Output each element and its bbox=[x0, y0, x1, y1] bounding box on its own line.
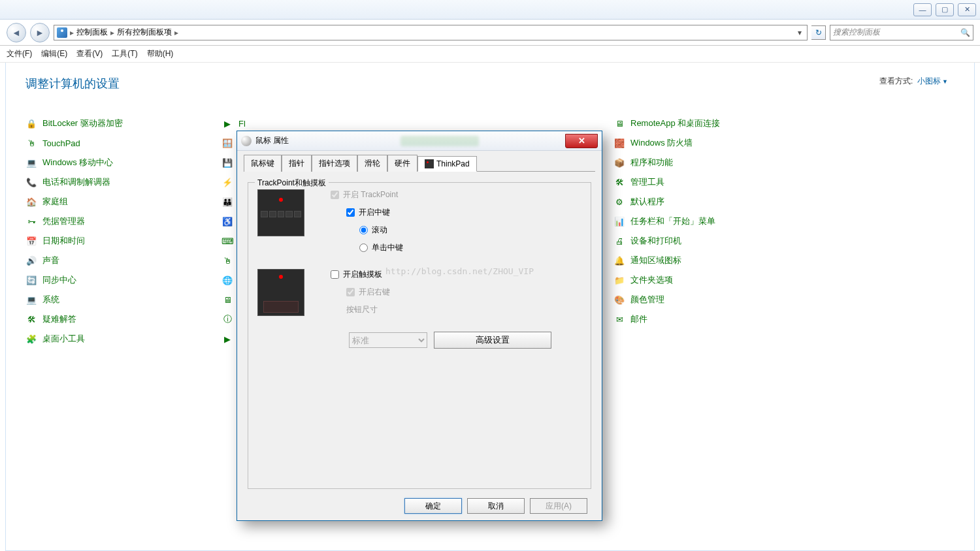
item-label: 设备和打印机 bbox=[630, 235, 681, 247]
touchpad-preview-image bbox=[257, 269, 304, 316]
cancel-button[interactable]: 取消 bbox=[467, 498, 525, 514]
control-panel-item[interactable]: 🏠家庭组 bbox=[25, 196, 221, 208]
size-row: 标准 高级设置 bbox=[349, 332, 581, 349]
control-panel-item[interactable]: 🔊声音 bbox=[25, 255, 221, 266]
breadcrumb-item[interactable]: 控制面板 bbox=[76, 27, 108, 38]
forward-button[interactable]: ► bbox=[30, 23, 50, 42]
item-icon: ▶ bbox=[221, 333, 233, 345]
checkbox-label: 开启触摸板 bbox=[343, 269, 382, 280]
control-panel-item[interactable]: 🖨设备和打印机 bbox=[613, 235, 809, 247]
item-icon: ♿ bbox=[221, 215, 233, 227]
address-dropdown-icon[interactable]: ▾ bbox=[795, 28, 804, 37]
dialog-titlebar[interactable]: 鼠标 属性 ✕ bbox=[237, 131, 602, 151]
tab-pointer-options[interactable]: 指针选项 bbox=[312, 155, 357, 172]
maximize-button[interactable]: ▢ bbox=[936, 3, 954, 16]
control-panel-item[interactable]: 📞电话和调制解调器 bbox=[25, 176, 221, 188]
item-icon: 🧱 bbox=[613, 137, 625, 149]
item-icon: 🔔 bbox=[613, 255, 625, 266]
control-panel-item[interactable]: ⚙默认程序 bbox=[613, 196, 809, 208]
control-panel-item[interactable]: 📁文件夹选项 bbox=[613, 274, 809, 286]
breadcrumb-item[interactable]: 所有控制面板项 bbox=[117, 27, 172, 38]
control-panel-item[interactable]: 🔄同步中心 bbox=[25, 274, 221, 286]
control-panel-item[interactable]: 🔒BitLocker 驱动器加密 bbox=[25, 118, 221, 129]
item-icon: ⓘ bbox=[221, 313, 233, 325]
control-panel-item[interactable]: 🧱Windows 防火墙 bbox=[613, 137, 809, 149]
checkbox-input[interactable] bbox=[331, 270, 339, 279]
checkbox-input[interactable] bbox=[346, 208, 355, 217]
item-icon: 🏠 bbox=[25, 196, 37, 208]
tab-wheel[interactable]: 滑轮 bbox=[357, 155, 387, 172]
tab-thinkpad[interactable]: ThinkPad bbox=[417, 156, 477, 172]
item-icon: ⚡ bbox=[221, 176, 233, 188]
refresh-button[interactable]: ↻ bbox=[811, 25, 826, 40]
menu-file[interactable]: 文件(F) bbox=[7, 48, 32, 59]
apply-button: 应用(A) bbox=[530, 498, 587, 514]
back-button[interactable]: ◄ bbox=[7, 23, 26, 42]
close-button[interactable]: ✕ bbox=[958, 3, 976, 16]
checkbox-input bbox=[331, 191, 339, 199]
button-size-combo: 标准 bbox=[349, 332, 427, 348]
item-label: 管理工具 bbox=[630, 176, 664, 188]
radio-input[interactable] bbox=[359, 244, 368, 252]
tab-mouse-buttons[interactable]: 鼠标键 bbox=[244, 155, 282, 172]
menu-edit[interactable]: 编辑(E) bbox=[41, 48, 67, 59]
control-panel-item[interactable]: 📦程序和功能 bbox=[613, 157, 809, 168]
item-icon: 💾 bbox=[221, 157, 233, 168]
radio-input[interactable] bbox=[359, 226, 368, 234]
checkbox-enable-touchpad[interactable]: 开启触摸板 bbox=[331, 269, 390, 280]
control-panel-item[interactable]: 🛠疑难解答 bbox=[25, 313, 221, 325]
menu-tools[interactable]: 工具(T) bbox=[112, 48, 137, 59]
control-panel-item[interactable]: 💻系统 bbox=[25, 294, 221, 306]
control-panel-item[interactable]: 🔔通知区域图标 bbox=[613, 255, 809, 266]
radio-label: 单击中键 bbox=[372, 242, 403, 253]
search-icon[interactable]: 🔍 bbox=[960, 28, 970, 37]
control-panel-item[interactable]: 🗝凭据管理器 bbox=[25, 215, 221, 227]
search-input[interactable]: 搜索控制面板 🔍 bbox=[830, 25, 973, 40]
page-title: 调整计算机的设置 bbox=[25, 76, 955, 91]
item-label: 同步中心 bbox=[42, 274, 76, 286]
blurred-region bbox=[400, 136, 479, 146]
chevron-down-icon: ▼ bbox=[942, 78, 948, 85]
ok-button[interactable]: 确定 bbox=[404, 498, 462, 514]
control-panel-item[interactable]: 💻Windows 移动中心 bbox=[25, 157, 221, 168]
item-label: 声音 bbox=[42, 255, 59, 266]
control-panel-item[interactable]: ✉邮件 bbox=[613, 313, 809, 325]
radio-click-middle[interactable]: 单击中键 bbox=[359, 242, 403, 253]
minimize-button[interactable]: — bbox=[913, 3, 932, 16]
dialog-close-button[interactable]: ✕ bbox=[565, 134, 598, 148]
checkbox-enable-middle[interactable]: 开启中键 bbox=[346, 207, 403, 218]
trackpoint-options: 开启 TrackPoint 开启中键 滚动 单击中键 bbox=[331, 189, 403, 253]
item-icon: 🛠 bbox=[25, 313, 37, 325]
advanced-settings-button[interactable]: 高级设置 bbox=[434, 332, 551, 349]
control-panel-item[interactable]: 🎨颜色管理 bbox=[613, 294, 809, 306]
view-by-link[interactable]: 小图标▼ bbox=[917, 76, 948, 86]
address-bar[interactable]: ▸ 控制面板 ▸ 所有控制面板项 ▸ ▾ bbox=[54, 25, 808, 40]
control-panel-item[interactable]: 📊任务栏和「开始」菜单 bbox=[613, 215, 809, 227]
item-label: 通知区域图标 bbox=[630, 255, 681, 266]
item-icon: 🗝 bbox=[25, 215, 37, 227]
item-label: 桌面小工具 bbox=[42, 333, 85, 345]
control-panel-item[interactable]: 🖱TouchPad bbox=[25, 137, 221, 149]
control-panel-item[interactable]: 🛠管理工具 bbox=[613, 176, 809, 188]
tab-hardware[interactable]: 硬件 bbox=[387, 155, 417, 172]
menu-view[interactable]: 查看(V) bbox=[76, 48, 103, 59]
control-panel-item[interactable]: ▶Fl bbox=[221, 118, 417, 129]
control-panel-item[interactable]: 🖥RemoteApp 和桌面连接 bbox=[613, 118, 809, 129]
item-label: BitLocker 驱动器加密 bbox=[42, 118, 123, 129]
item-label: 文件夹选项 bbox=[630, 274, 673, 286]
checkbox-label: 开启右键 bbox=[359, 287, 390, 298]
menu-help[interactable]: 帮助(H) bbox=[147, 48, 174, 59]
item-icon: 🌐 bbox=[221, 274, 233, 286]
search-placeholder: 搜索控制面板 bbox=[833, 27, 880, 38]
control-panel-item[interactable]: 📅日期和时间 bbox=[25, 235, 221, 247]
control-panel-item[interactable]: 🧩桌面小工具 bbox=[25, 333, 221, 345]
chevron-right-icon: ▸ bbox=[70, 28, 74, 37]
item-icon: 🔊 bbox=[25, 255, 37, 266]
dialog-body: 鼠标键 指针 指针选项 滑轮 硬件 ThinkPad TrackPoint和触摸… bbox=[237, 151, 602, 520]
item-icon: 📊 bbox=[613, 215, 625, 227]
item-label: 默认程序 bbox=[630, 196, 664, 208]
item-label: 电话和调制解调器 bbox=[42, 176, 110, 188]
tab-pointers[interactable]: 指针 bbox=[282, 155, 312, 172]
radio-scroll[interactable]: 滚动 bbox=[359, 225, 403, 236]
explorer-navbar: ◄ ► ▸ 控制面板 ▸ 所有控制面板项 ▸ ▾ ↻ 搜索控制面板 🔍 bbox=[0, 20, 980, 46]
